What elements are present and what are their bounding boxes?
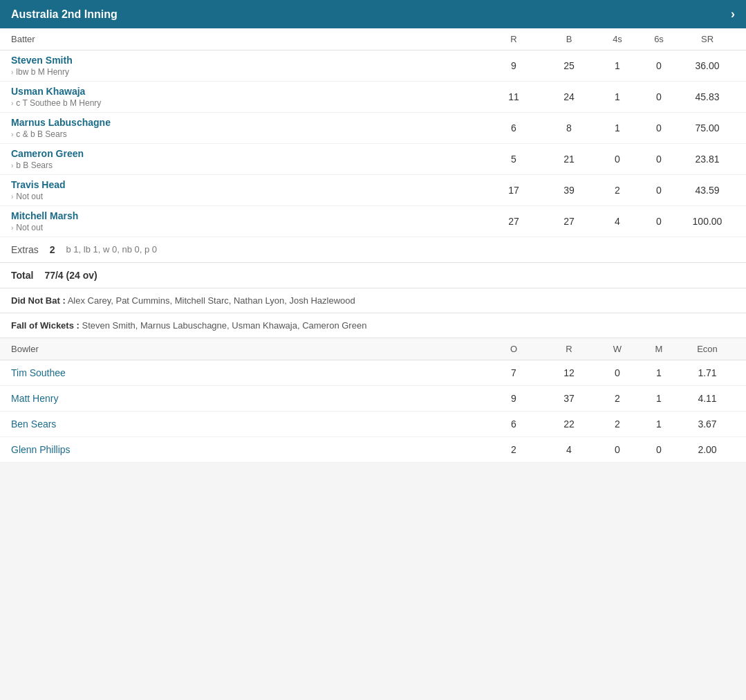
bowler-o-0: 7: [486, 367, 541, 378]
bowler-m-0: 1: [638, 367, 680, 378]
total-row: Total 77/4 (24 ov): [0, 263, 746, 288]
batter-row-1: Usman Khawaja › c T Southee b M Henry 11…: [0, 82, 746, 113]
batter-r-4: 17: [486, 185, 541, 196]
bowler-o-2: 6: [486, 418, 541, 430]
col-batter: Batter: [11, 34, 486, 44]
batter-4s-5: 4: [597, 216, 638, 227]
batter-sr-0: 36.00: [680, 60, 735, 71]
dnb-players: Alex Carey, Pat Cummins, Mitchell Starc,…: [68, 295, 355, 306]
batter-4s-3: 0: [597, 154, 638, 165]
dismissal-1: › c T Southee b M Henry: [11, 98, 486, 108]
bowler-econ-0: 1.71: [680, 367, 735, 378]
col-b: B: [541, 34, 597, 44]
inning-header[interactable]: Australia 2nd Inning ›: [0, 0, 746, 28]
batter-b-4: 39: [541, 185, 597, 196]
batter-sr-2: 75.00: [680, 122, 735, 133]
batter-sr-1: 45.83: [680, 91, 735, 102]
batter-name-5[interactable]: Mitchell Marsh: [11, 210, 486, 221]
batter-b-1: 24: [541, 91, 597, 102]
col-econ: Econ: [680, 344, 735, 354]
dismissal-2: › c & b B Sears: [11, 129, 486, 139]
extras-label: Extras: [11, 244, 39, 255]
bowler-row-1: Matt Henry 9 37 2 1 4.11: [0, 386, 746, 412]
batter-r-5: 27: [486, 216, 541, 227]
dismissal-chevron-1: ›: [11, 100, 13, 107]
batter-name-4[interactable]: Travis Head: [11, 179, 486, 190]
dismissal-3: › b B Sears: [11, 160, 486, 170]
col-w: W: [597, 344, 638, 354]
dismissal-4: › Not out: [11, 192, 486, 201]
bowler-name-1[interactable]: Matt Henry: [11, 393, 486, 404]
batter-sr-5: 100.00: [680, 216, 735, 227]
batter-sr-4: 43.59: [680, 185, 735, 196]
bowler-w-1: 2: [597, 393, 638, 404]
batter-b-5: 27: [541, 216, 597, 227]
dismissal-chevron-0: ›: [11, 68, 13, 76]
batter-row-4: Travis Head › Not out 17 39 2 0 43.59: [0, 175, 746, 206]
dismissal-chevron-4: ›: [11, 193, 13, 201]
dnb-label: Did Not Bat :: [11, 295, 66, 306]
batter-b-3: 21: [541, 154, 597, 165]
batter-r-1: 11: [486, 91, 541, 102]
batter-name-2[interactable]: Marnus Labuschagne: [11, 117, 486, 128]
batter-name-0[interactable]: Steven Smith: [11, 55, 486, 66]
col-r: R: [486, 34, 541, 44]
extras-row: Extras 2 b 1, lb 1, w 0, nb 0, p 0: [0, 237, 746, 263]
total-label: Total: [11, 270, 33, 281]
bowler-o-3: 2: [486, 444, 541, 455]
bowler-name-3[interactable]: Glenn Phillips: [11, 444, 486, 455]
bowler-w-0: 0: [597, 367, 638, 378]
bowler-m-1: 1: [638, 393, 680, 404]
batter-4s-4: 2: [597, 185, 638, 196]
batter-name-1[interactable]: Usman Khawaja: [11, 86, 486, 97]
bowler-r-0: 12: [541, 367, 597, 378]
bowler-econ-3: 2.00: [680, 444, 735, 455]
dismissal-chevron-3: ›: [11, 162, 13, 169]
batter-sr-3: 23.81: [680, 154, 735, 165]
scorecard: Australia 2nd Inning › Batter R B 4s 6s …: [0, 0, 746, 463]
batter-4s-1: 1: [597, 91, 638, 102]
batter-4s-0: 1: [597, 60, 638, 71]
bowler-row-3: Glenn Phillips 2 4 0 0 2.00: [0, 437, 746, 463]
dismissal-chevron-5: ›: [11, 224, 13, 232]
batter-6s-5: 0: [638, 216, 680, 227]
batter-r-0: 9: [486, 60, 541, 71]
batter-r-2: 6: [486, 122, 541, 133]
batter-6s-0: 0: [638, 60, 680, 71]
bowler-row-2: Ben Sears 6 22 2 1 3.67: [0, 412, 746, 437]
total-value: 77/4 (24 ov): [44, 270, 97, 281]
bowler-econ-2: 3.67: [680, 418, 735, 430]
batter-6s-3: 0: [638, 154, 680, 165]
batter-row-5: Mitchell Marsh › Not out 27 27 4 0 100.0…: [0, 206, 746, 237]
col-o: O: [486, 344, 541, 354]
bowler-w-3: 0: [597, 444, 638, 455]
col-6s: 6s: [638, 34, 680, 44]
chevron-right-icon[interactable]: ›: [731, 7, 735, 21]
bowler-name-0[interactable]: Tim Southee: [11, 367, 486, 378]
batter-row-3: Cameron Green › b B Sears 5 21 0 0 23.81: [0, 144, 746, 175]
batting-column-headers: Batter R B 4s 6s SR: [0, 28, 746, 50]
bowling-column-headers: Bowler O R W M Econ: [0, 338, 746, 360]
bowler-r-2: 22: [541, 418, 597, 430]
batter-b-2: 8: [541, 122, 597, 133]
bowler-econ-1: 4.11: [680, 393, 735, 404]
bowler-m-2: 1: [638, 418, 680, 430]
bowler-r-3: 4: [541, 444, 597, 455]
bowler-w-2: 2: [597, 418, 638, 430]
batter-name-3[interactable]: Cameron Green: [11, 148, 486, 159]
batter-row-0: Steven Smith › lbw b M Henry 9 25 1 0 36…: [0, 50, 746, 82]
batter-4s-2: 1: [597, 122, 638, 133]
inning-title: Australia 2nd Inning: [11, 8, 118, 21]
bowler-name-2[interactable]: Ben Sears: [11, 418, 486, 430]
dismissal-5: › Not out: [11, 223, 486, 232]
dismissal-chevron-2: ›: [11, 131, 13, 138]
bowler-m-3: 0: [638, 444, 680, 455]
col-r-bowl: R: [541, 344, 597, 354]
fow-label: Fall of Wickets :: [11, 320, 80, 331]
col-4s: 4s: [597, 34, 638, 44]
bowler-r-1: 37: [541, 393, 597, 404]
batter-row-2: Marnus Labuschagne › c & b B Sears 6 8 1…: [0, 113, 746, 144]
batter-6s-2: 0: [638, 122, 680, 133]
extras-detail: b 1, lb 1, w 0, nb 0, p 0: [66, 244, 157, 255]
fow-detail: Steven Smith, Marnus Labuschagne, Usman …: [82, 320, 366, 331]
